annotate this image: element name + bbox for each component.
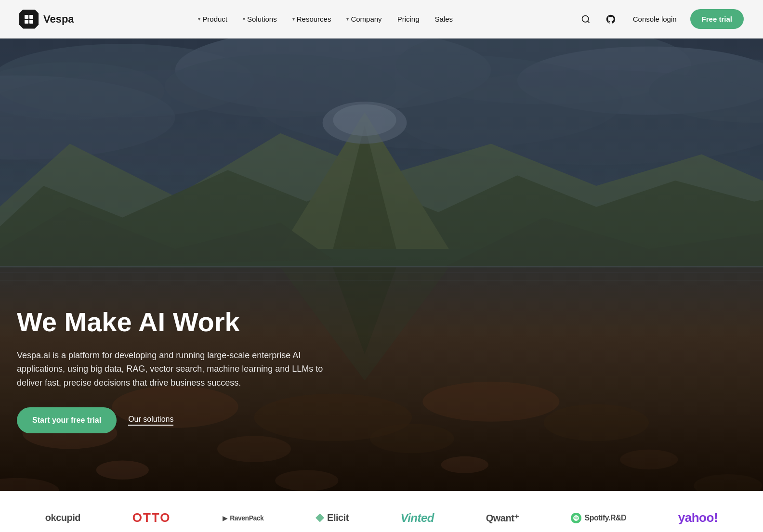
search-icon (581, 14, 591, 24)
chevron-down-icon: ▾ (346, 16, 349, 22)
logo-link[interactable]: Vespa (19, 10, 74, 29)
logo-otto: OTTO (132, 510, 171, 525)
nav-company[interactable]: ▾ Company (341, 11, 387, 27)
logos-bar: okcupid OTTO ▶ RavenPack Elicit Vinted Q… (0, 491, 763, 532)
free-trial-button[interactable]: Free trial (690, 9, 744, 29)
logo-vinted: Vinted (401, 511, 434, 525)
nav-solutions[interactable]: ▾ Solutions (237, 11, 283, 27)
hero-cta-button[interactable]: Start your free trial (17, 407, 117, 433)
logo-icon (19, 10, 39, 29)
hero-actions: Start your free trial Our solutions (17, 407, 325, 433)
nav-resources[interactable]: ▾ Resources (287, 11, 337, 27)
spotify-icon (571, 513, 581, 523)
chevron-down-icon: ▾ (243, 16, 245, 22)
hero-title: We Make AI Work (17, 307, 325, 337)
svg-rect-2 (25, 20, 28, 24)
svg-rect-0 (25, 15, 28, 19)
nav-sales[interactable]: Sales (429, 11, 459, 27)
nav-right: Console login Free trial (577, 9, 744, 29)
nav-product[interactable]: ▾ Product (192, 11, 233, 27)
console-login-link[interactable]: Console login (627, 11, 683, 27)
hero-solutions-link[interactable]: Our solutions (128, 415, 173, 426)
logo-elicit: Elicit (316, 512, 349, 523)
svg-rect-3 (29, 20, 33, 24)
nav-links: ▾ Product ▾ Solutions ▾ Resources ▾ Comp… (192, 11, 459, 27)
chevron-down-icon: ▾ (292, 16, 295, 22)
vespa-icon (23, 13, 35, 25)
logo-yahoo: yahoo! (678, 510, 718, 525)
hero-section: We Make AI Work Vespa.ai is a platform f… (0, 39, 763, 491)
github-icon (605, 14, 616, 25)
elicit-diamond-icon (316, 514, 324, 522)
logo-spotify: Spotify.R&D (571, 513, 626, 523)
logo-ravenpack: ▶ RavenPack (223, 514, 263, 522)
chevron-down-icon: ▾ (198, 16, 200, 22)
navbar: Vespa ▾ Product ▾ Solutions ▾ Resources … (0, 0, 763, 39)
github-button[interactable] (602, 11, 619, 28)
svg-rect-1 (29, 15, 33, 19)
logo-qwant: Qwant⁺ (486, 512, 519, 524)
search-button[interactable] (577, 11, 594, 28)
hero-description: Vespa.ai is a platform for developing an… (17, 349, 325, 390)
hero-content: We Make AI Work Vespa.ai is a platform f… (17, 307, 325, 433)
logo-text: Vespa (43, 13, 74, 26)
svg-point-4 (582, 15, 588, 22)
nav-pricing[interactable]: Pricing (392, 11, 425, 27)
logo-okcupid: okcupid (45, 512, 80, 523)
